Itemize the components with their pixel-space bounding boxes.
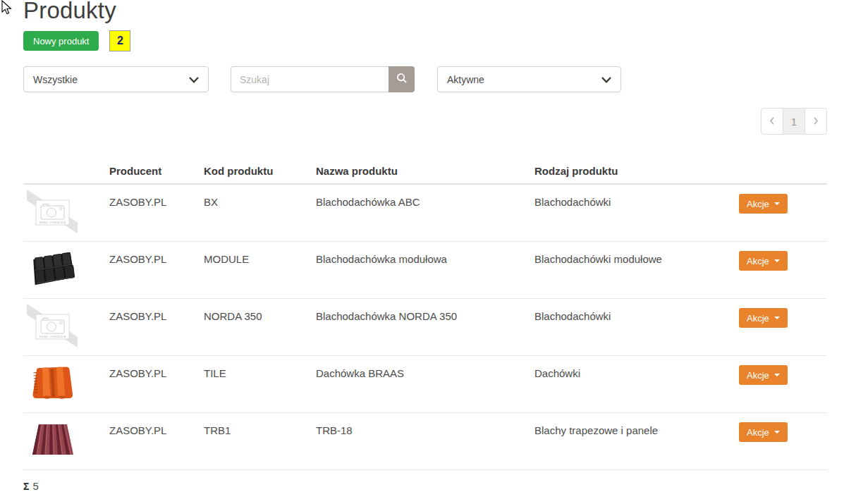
search-input[interactable] bbox=[231, 66, 389, 92]
product-thumbnail-cell bbox=[23, 413, 109, 469]
code-cell: NORDA 350 bbox=[204, 299, 316, 355]
black-modular-tile-thumbnail bbox=[27, 247, 78, 294]
chevron-right-icon bbox=[813, 116, 819, 128]
status-select-value: Aktywne bbox=[447, 74, 484, 85]
actions-dropdown-label: Akcje bbox=[747, 427, 769, 438]
page-number-button[interactable]: 1 bbox=[783, 108, 805, 135]
prev-page-button[interactable] bbox=[761, 108, 783, 135]
table-row: BRAK OBRAZKA ZASOBY.PL BX Blachodachówka… bbox=[23, 185, 827, 242]
column-header-name: Nazwa produktu bbox=[316, 158, 534, 183]
product-thumbnail-cell: BRAK OBRAZKA bbox=[23, 299, 109, 355]
table-body: BRAK OBRAZKA ZASOBY.PL BX Blachodachówka… bbox=[23, 185, 827, 470]
no-image-placeholder-thumbnail: BRAK OBRAZKA bbox=[27, 304, 78, 351]
category-select-value: Wszystkie bbox=[33, 74, 78, 85]
name-cell: Blachodachówka modułowa bbox=[316, 242, 534, 298]
search-icon bbox=[396, 73, 408, 86]
pagination-row: 1 bbox=[23, 108, 827, 135]
action-cell: Akcje bbox=[733, 299, 827, 355]
chevron-down-icon bbox=[601, 74, 611, 85]
column-header-producer: Producent bbox=[109, 158, 204, 183]
action-cell: Akcje bbox=[733, 185, 827, 241]
producer-cell: ZASOBY.PL bbox=[109, 356, 204, 412]
actions-dropdown-label: Akcje bbox=[747, 256, 769, 266]
actions-dropdown-label: Akcje bbox=[747, 313, 769, 324]
name-cell: Blachodachówka NORDA 350 bbox=[316, 299, 534, 355]
orange-roof-tile-thumbnail bbox=[27, 361, 78, 408]
column-header-actions bbox=[733, 158, 827, 183]
code-cell: BX bbox=[204, 185, 316, 241]
filters-row: Wszystkie Aktywne bbox=[23, 66, 827, 92]
name-cell: TRB-18 bbox=[316, 413, 534, 469]
action-cell: Akcje bbox=[733, 413, 827, 469]
table-header: Producent Kod produktu Nazwa produktu Ro… bbox=[23, 158, 827, 185]
actions-row: Nowy produkt 2 bbox=[23, 30, 827, 51]
chevron-left-icon bbox=[769, 116, 775, 128]
product-thumbnail-cell: BRAK OBRAZKA bbox=[23, 185, 109, 241]
category-select[interactable]: Wszystkie bbox=[23, 66, 209, 92]
column-header-code: Kod produktu bbox=[204, 158, 316, 183]
camera-icon bbox=[41, 318, 64, 333]
producer-cell: ZASOBY.PL bbox=[109, 185, 204, 241]
search-group bbox=[231, 66, 415, 92]
code-cell: TILE bbox=[204, 356, 316, 412]
total-count: 5 bbox=[32, 480, 38, 492]
caret-down-icon bbox=[774, 259, 780, 262]
name-cell: Dachówka BRAAS bbox=[316, 356, 534, 412]
actions-dropdown-button[interactable]: Akcje bbox=[739, 308, 788, 328]
producer-cell: ZASOBY.PL bbox=[109, 242, 204, 298]
column-header-type: Rodzaj produktu bbox=[534, 158, 733, 183]
type-cell: Blachodachówki modułowe bbox=[534, 242, 733, 298]
no-image-placeholder-thumbnail: BRAK OBRAZKA bbox=[27, 190, 78, 237]
actions-dropdown-label: Akcje bbox=[747, 199, 769, 209]
name-cell: Blachodachówka ABC bbox=[316, 185, 534, 241]
table-row: ZASOBY.PL MODULE Blachodachówka modułowa… bbox=[23, 242, 827, 299]
products-table: Producent Kod produktu Nazwa produktu Ro… bbox=[23, 158, 827, 470]
product-thumbnail-cell bbox=[23, 242, 109, 298]
action-cell: Akcje bbox=[733, 356, 827, 412]
caret-down-icon bbox=[774, 374, 780, 376]
column-header-thumbnail bbox=[23, 158, 109, 183]
type-cell: Blachy trapezowe i panele bbox=[534, 413, 733, 469]
camera-icon bbox=[41, 204, 64, 219]
type-cell: Blachodachówki bbox=[534, 185, 733, 241]
chevron-down-icon bbox=[189, 74, 199, 85]
actions-dropdown-button[interactable]: Akcje bbox=[739, 422, 788, 442]
page-title: Produkty bbox=[23, 0, 827, 24]
table-row: ZASOBY.PL TRB1 TRB-18 Blachy trapezowe i… bbox=[23, 413, 827, 470]
actions-dropdown-button[interactable]: Akcje bbox=[739, 194, 788, 214]
table-row: BRAK OBRAZKA ZASOBY.PL NORDA 350 Blachod… bbox=[23, 299, 827, 356]
mouse-cursor-icon bbox=[1, 0, 12, 18]
code-cell: MODULE bbox=[204, 242, 316, 298]
producer-cell: ZASOBY.PL bbox=[109, 299, 204, 355]
next-page-button[interactable] bbox=[805, 108, 827, 135]
no-image-label: BRAK OBRAZKA bbox=[39, 335, 66, 338]
table-row: ZASOBY.PL TILE Dachówka BRAAS Dachówki A… bbox=[23, 356, 827, 413]
actions-dropdown-button[interactable]: Akcje bbox=[739, 251, 788, 271]
no-image-label: BRAK OBRAZKA bbox=[39, 221, 66, 224]
pagination: 1 bbox=[761, 108, 827, 135]
action-cell: Akcje bbox=[733, 242, 827, 298]
dark-red-trapezoidal-sheet-thumbnail bbox=[27, 418, 78, 465]
new-product-button[interactable]: Nowy produkt bbox=[23, 31, 99, 51]
actions-dropdown-button[interactable]: Akcje bbox=[739, 365, 788, 385]
product-thumbnail-cell bbox=[23, 356, 109, 412]
sigma-icon: Σ bbox=[23, 481, 29, 492]
search-button[interactable] bbox=[389, 66, 415, 92]
caret-down-icon bbox=[774, 202, 780, 205]
count-badge: 2 bbox=[109, 30, 130, 51]
type-cell: Dachówki bbox=[534, 356, 733, 412]
page: Produkty Nowy produkt 2 Wszystkie bbox=[0, 0, 844, 504]
caret-down-icon bbox=[774, 431, 780, 434]
caret-down-icon bbox=[774, 316, 780, 319]
status-select[interactable]: Aktywne bbox=[437, 66, 621, 92]
actions-dropdown-label: Akcje bbox=[747, 370, 769, 381]
type-cell: Blachodachówki bbox=[534, 299, 733, 355]
producer-cell: ZASOBY.PL bbox=[109, 413, 204, 469]
code-cell: TRB1 bbox=[204, 413, 316, 469]
summary-row: Σ 5 bbox=[23, 480, 827, 492]
